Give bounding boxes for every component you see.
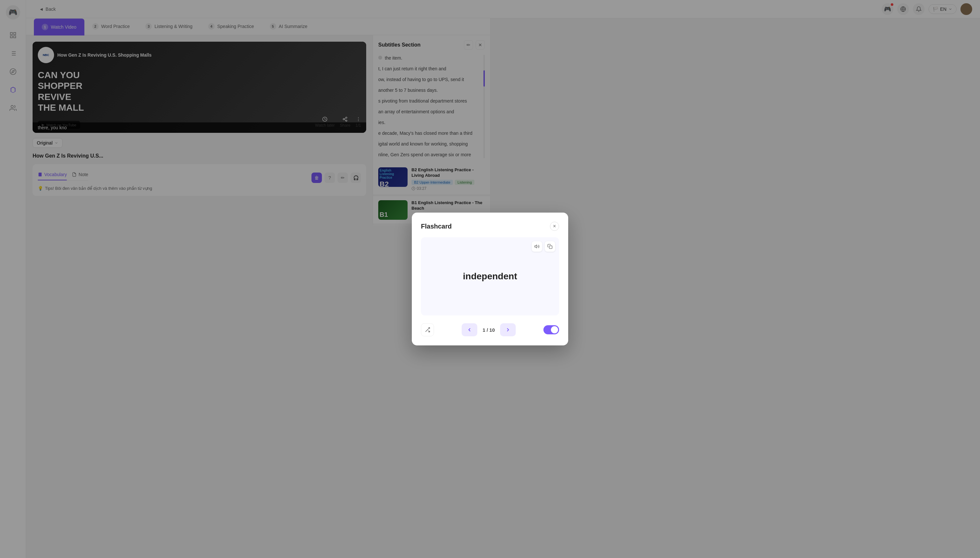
flashcard-modal: Flashcard × independent 1 xyxy=(412,213,490,279)
flashcard-word: independent xyxy=(463,271,490,279)
modal-title: Flashcard xyxy=(421,223,452,230)
modal-overlay: Flashcard × independent 1 xyxy=(0,0,490,279)
flashcard-display[interactable]: independent xyxy=(421,237,490,279)
modal-header: Flashcard × xyxy=(421,222,490,231)
